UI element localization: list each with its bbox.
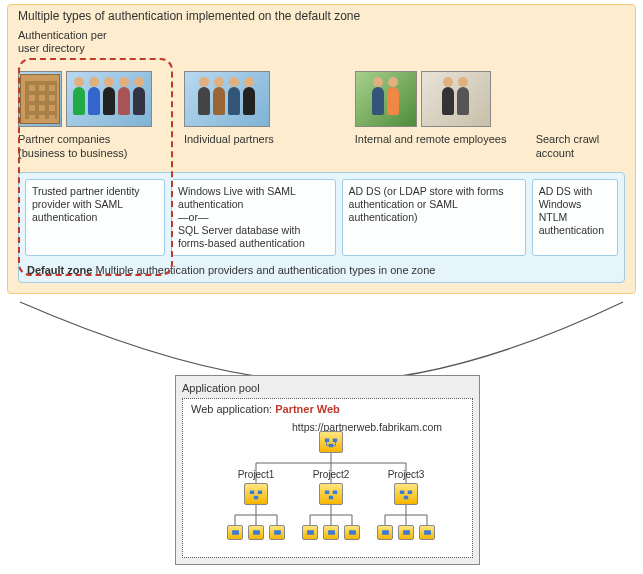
project3-node-icon (394, 483, 418, 505)
partner-people-image (66, 71, 152, 127)
web-application-title: Web application: Partner Web (191, 403, 464, 415)
svg-rect-28 (254, 496, 258, 500)
project1-node-icon (244, 483, 268, 505)
site-tree: Project1 Project2 Project3 (191, 417, 464, 547)
svg-rect-42 (403, 530, 410, 535)
leaf-node-icon (419, 525, 435, 540)
project1-label: Project1 (233, 469, 279, 480)
building-image (18, 71, 62, 127)
internal-outdoor-image (355, 71, 417, 127)
category-individual-partners: Individual partners (184, 65, 343, 159)
default-zone-label: Default zone Multiple authentication pro… (25, 262, 618, 276)
svg-rect-32 (400, 491, 404, 495)
auth-per-directory-label: Authentication per user directory (18, 29, 138, 55)
individual-partners-image (184, 71, 270, 127)
leaf-node-icon (269, 525, 285, 540)
project3-label: Project3 (383, 469, 429, 480)
application-pool-title: Application pool (182, 382, 473, 394)
web-application-box: Web application: Partner Web https://par… (182, 398, 473, 558)
web-app-name: Partner Web (275, 403, 340, 415)
svg-rect-31 (329, 496, 333, 500)
category-partner-companies: Partner companies (business to business) (18, 65, 172, 159)
partner-companies-label: Partner companies (business to business) (18, 133, 127, 159)
leaf-node-icon (302, 525, 318, 540)
auth-box-individual-partners: Windows Live with SAML authentication —o… (171, 179, 336, 257)
auth-box-internal-employees: AD DS (or LDAP store with forms authenti… (342, 179, 526, 257)
svg-rect-21 (333, 439, 337, 443)
diagram-title: Multiple types of authentication impleme… (18, 9, 625, 23)
internal-office-image (421, 71, 491, 127)
search-crawl-label: Search crawl account (536, 133, 625, 159)
application-pool-box: Application pool Web application: Partne… (175, 375, 480, 565)
category-internal-employees: Internal and remote employees (355, 65, 524, 159)
svg-rect-43 (424, 530, 431, 535)
auth-box-partner-companies: Trusted partner identity provider with S… (25, 179, 165, 257)
svg-rect-41 (382, 530, 389, 535)
leaf-node-icon (398, 525, 414, 540)
svg-rect-37 (274, 530, 281, 535)
leaf-node-icon (227, 525, 243, 540)
default-zone-rest: Multiple authentication providers and au… (92, 264, 435, 276)
site-root-node-icon (319, 431, 343, 453)
auth-box-search-crawl: AD DS with Windows NTLM authentication (532, 179, 618, 257)
project2-node-icon (319, 483, 343, 505)
default-zone-box: Trusted partner identity provider with S… (18, 172, 625, 284)
svg-rect-38 (307, 530, 314, 535)
svg-rect-27 (258, 491, 262, 495)
svg-rect-39 (328, 530, 335, 535)
svg-rect-30 (333, 491, 337, 495)
project2-label: Project2 (308, 469, 354, 480)
svg-rect-35 (232, 530, 239, 535)
svg-rect-29 (325, 491, 329, 495)
leaf-node-icon (344, 525, 360, 540)
svg-rect-20 (325, 439, 329, 443)
main-auth-zone-container: Multiple types of authentication impleme… (7, 4, 636, 294)
svg-rect-36 (253, 530, 260, 535)
leaf-node-icon (323, 525, 339, 540)
leaf-node-icon (377, 525, 393, 540)
svg-rect-40 (349, 530, 356, 535)
web-app-label: Web application: (191, 403, 272, 415)
svg-rect-34 (404, 496, 408, 500)
category-search-crawl: Search crawl account (536, 65, 625, 159)
internal-employees-label: Internal and remote employees (355, 133, 507, 146)
categories-row: Partner companies (business to business)… (18, 59, 625, 165)
leaf-node-icon (248, 525, 264, 540)
default-zone-bold: Default zone (27, 264, 92, 276)
svg-rect-26 (250, 491, 254, 495)
connector-lines (0, 300, 643, 385)
svg-rect-33 (408, 491, 412, 495)
individual-partners-label: Individual partners (184, 133, 274, 146)
